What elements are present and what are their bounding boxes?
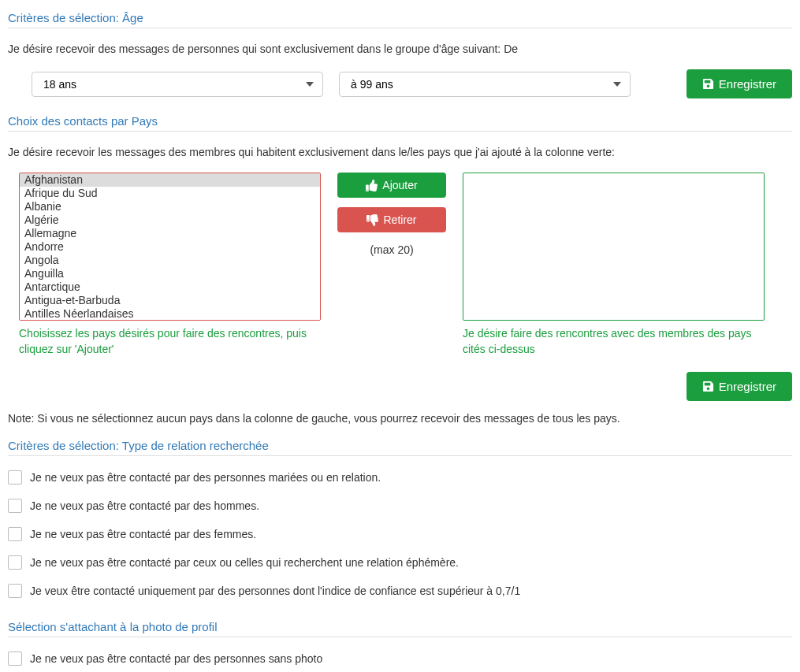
age-to-wrapper: à 99 ans xyxy=(339,72,631,97)
country-target-list[interactable] xyxy=(463,173,765,321)
country-option[interactable]: Angola xyxy=(20,254,320,267)
relation-checkbox[interactable] xyxy=(8,527,22,541)
country-source-list[interactable]: AfghanistanAfrique du SudAlbanieAlgérieA… xyxy=(19,173,321,321)
section-header-country: Choix des contacts par Pays xyxy=(8,114,792,132)
section-header-photo: Sélection s'attachant à la photo de prof… xyxy=(8,620,792,637)
country-option[interactable]: Albanie xyxy=(20,200,320,213)
save-icon xyxy=(702,381,714,392)
relation-option-row: Je ne veux pas être contacté par des hom… xyxy=(8,499,792,513)
relation-checkbox[interactable] xyxy=(8,584,22,598)
country-option[interactable]: Andorre xyxy=(20,240,320,254)
save-age-button[interactable]: Enregistrer xyxy=(687,69,792,98)
country-max-text: (max 20) xyxy=(370,243,413,256)
photo-option-row: Je ne veux pas être contacté par des per… xyxy=(8,652,792,666)
thumbs-down-icon xyxy=(367,214,378,226)
section-header-relation: Critères de sélection: Type de relation … xyxy=(8,439,792,456)
country-option[interactable]: Afghanistan xyxy=(20,173,320,187)
save-age-label: Enregistrer xyxy=(719,77,776,91)
remove-country-label: Retirer xyxy=(383,213,416,226)
country-target-col: Je désire faire des rencontres avec des … xyxy=(463,173,765,358)
relation-checkbox-label[interactable]: Je ne veux pas être contacté par des per… xyxy=(30,471,381,484)
country-option[interactable]: Afrique du Sud xyxy=(20,187,320,200)
age-from-wrapper: 18 ans xyxy=(32,72,323,97)
section-header-age: Critères de sélection: Âge xyxy=(8,11,792,28)
relation-checkbox-label[interactable]: Je ne veux pas être contacté par ceux ou… xyxy=(30,556,459,569)
save-country-button[interactable]: Enregistrer xyxy=(687,372,792,401)
add-country-button[interactable]: Ajouter xyxy=(337,173,446,198)
country-source-hint: Choisissez les pays désirés pour faire d… xyxy=(19,325,321,358)
relation-checkbox[interactable] xyxy=(8,555,22,570)
country-option[interactable]: Allemagne xyxy=(20,227,320,240)
relation-checkbox[interactable] xyxy=(8,470,22,485)
photo-checkbox[interactable] xyxy=(8,652,22,666)
relation-option-row: Je ne veux pas être contacté par des fem… xyxy=(8,527,792,541)
thumbs-up-icon xyxy=(366,180,378,191)
country-source-col: AfghanistanAfrique du SudAlbanieAlgérieA… xyxy=(19,173,321,358)
country-option[interactable]: Antarctique xyxy=(20,280,320,294)
country-save-row: Enregistrer xyxy=(8,372,792,401)
remove-country-button[interactable]: Retirer xyxy=(337,207,446,232)
relation-option-row: Je ne veux pas être contacté par ceux ou… xyxy=(8,555,792,570)
country-description: Je désire recevoir les messages des memb… xyxy=(8,146,792,158)
save-country-label: Enregistrer xyxy=(719,380,776,393)
age-from-select[interactable]: 18 ans xyxy=(32,72,323,97)
relation-checkbox-label[interactable]: Je ne veux pas être contacté par des fem… xyxy=(30,528,256,540)
relation-options: Je ne veux pas être contacté par des per… xyxy=(8,470,792,598)
relation-option-row: Je ne veux pas être contacté par des per… xyxy=(8,470,792,485)
country-note: Note: Si vous ne sélectionnez aucun pays… xyxy=(8,412,792,425)
relation-checkbox[interactable] xyxy=(8,499,22,513)
country-row: AfghanistanAfrique du SudAlbanieAlgérieA… xyxy=(8,173,792,358)
country-option[interactable]: Antigua-et-Barbuda xyxy=(20,294,320,307)
country-option[interactable]: Antilles Néerlandaises xyxy=(20,307,320,321)
country-controls: Ajouter Retirer (max 20) xyxy=(337,173,447,256)
relation-checkbox-label[interactable]: Je veux être contacté uniquement par des… xyxy=(30,585,520,597)
age-row: 18 ans à 99 ans Enregistrer xyxy=(8,69,792,98)
country-option[interactable]: Anguilla xyxy=(20,267,320,280)
save-icon xyxy=(702,78,714,90)
relation-checkbox-label[interactable]: Je ne veux pas être contacté par des hom… xyxy=(30,499,259,512)
country-target-hint: Je désire faire des rencontres avec des … xyxy=(463,325,765,358)
country-option[interactable]: Algérie xyxy=(20,213,320,227)
relation-option-row: Je veux être contacté uniquement par des… xyxy=(8,584,792,598)
age-description: Je désire recevoir des messages de perso… xyxy=(8,43,792,55)
photo-checkbox-label[interactable]: Je ne veux pas être contacté par des per… xyxy=(30,652,322,665)
add-country-label: Ajouter xyxy=(382,179,417,191)
age-to-select[interactable]: à 99 ans xyxy=(339,72,631,97)
